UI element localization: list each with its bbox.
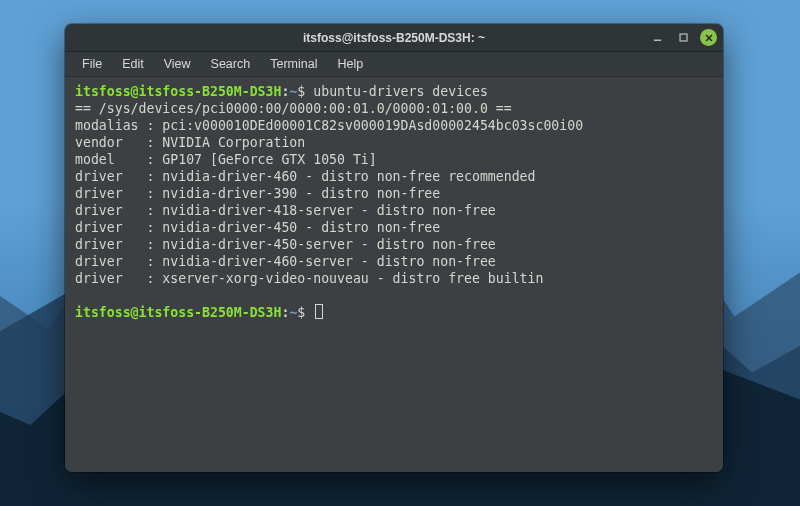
menu-help[interactable]: Help [328,54,372,74]
close-button[interactable] [700,29,717,46]
menu-edit[interactable]: Edit [113,54,153,74]
svg-rect-1 [680,34,687,41]
close-icon [704,33,714,43]
window-title: itsfoss@itsfoss-B250M-DS3H: ~ [303,31,485,45]
menu-search[interactable]: Search [202,54,260,74]
prompt-user-host: itsfoss@itsfoss-B250M-DS3H [75,84,281,99]
titlebar[interactable]: itsfoss@itsfoss-B250M-DS3H: ~ [65,24,723,52]
prompt-sigil: $ [297,84,305,99]
cursor [315,304,323,319]
typed-command: ubuntu-drivers devices [313,84,488,99]
prompt-sigil: $ [297,305,305,320]
output-line: driver : nvidia-driver-460 - distro non-… [75,169,536,184]
output-line: driver : xserver-xorg-video-nouveau - di… [75,271,543,286]
window-controls [648,24,717,51]
minimize-icon [652,32,663,43]
minimize-button[interactable] [648,29,666,47]
output-line: driver : nvidia-driver-390 - distro non-… [75,186,440,201]
menu-view[interactable]: View [155,54,200,74]
output-line: == /sys/devices/pci0000:00/0000:00:01.0/… [75,101,512,116]
terminal-viewport[interactable]: itsfoss@itsfoss-B250M-DS3H:~$ ubuntu-dri… [65,77,723,472]
output-line: driver : nvidia-driver-450-server - dist… [75,237,496,252]
menu-terminal[interactable]: Terminal [261,54,326,74]
menubar: File Edit View Search Terminal Help [65,52,723,77]
output-line: driver : nvidia-driver-418-server - dist… [75,203,496,218]
terminal-window: itsfoss@itsfoss-B250M-DS3H: ~ File Edit … [65,24,723,472]
maximize-icon [678,32,689,43]
output-line: vendor : NVIDIA Corporation [75,135,305,150]
maximize-button[interactable] [674,29,692,47]
menu-file[interactable]: File [73,54,111,74]
prompt-user-host: itsfoss@itsfoss-B250M-DS3H [75,305,281,320]
output-line: modalias : pci:v000010DEd00001C82sv00001… [75,118,583,133]
output-line: driver : nvidia-driver-460-server - dist… [75,254,496,269]
output-line: driver : nvidia-driver-450 - distro non-… [75,220,440,235]
output-line: model : GP107 [GeForce GTX 1050 Ti] [75,152,377,167]
